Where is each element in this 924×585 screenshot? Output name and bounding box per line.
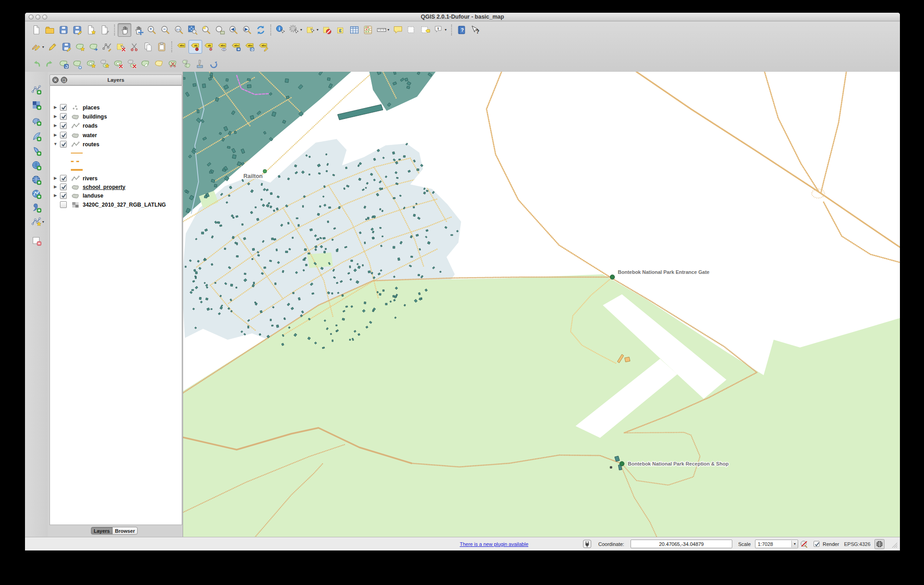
routes-symbol-solid[interactable]: [50, 149, 182, 158]
open-attribute-table-button[interactable]: [348, 23, 361, 37]
zoom-out-button[interactable]: −: [159, 23, 172, 37]
layer-item-buildings[interactable]: ▶buildings: [50, 112, 182, 121]
add-delimited-text-layer-button[interactable]: [30, 201, 43, 214]
expand-arrow-icon[interactable]: ▶: [53, 114, 58, 119]
layer-item-places[interactable]: ▶places: [50, 103, 182, 112]
layer-item-rivers[interactable]: ▶rivers: [50, 174, 182, 183]
move-feature-button[interactable]: [87, 40, 100, 54]
new-shapefile-layer-button[interactable]: [30, 215, 43, 228]
show-bookmarks-button[interactable]: [418, 23, 432, 37]
save-layer-edits-button[interactable]: [60, 40, 73, 54]
node-tool-button[interactable]: [100, 40, 114, 54]
zoom-native-button[interactable]: 1:1: [172, 23, 186, 37]
undo-button[interactable]: [30, 57, 43, 70]
pan-to-selection-button[interactable]: [131, 23, 145, 37]
zoom-to-selection-button[interactable]: [199, 23, 213, 37]
layer-visibility-checkbox[interactable]: [60, 192, 67, 199]
help-contents-button[interactable]: ?: [455, 23, 468, 37]
plugin-icon[interactable]: [583, 537, 591, 550]
layers-panel-header[interactable]: ✕ ❏ Layers: [50, 74, 182, 85]
scale-dropdown-icon[interactable]: ▼: [791, 540, 798, 547]
highlight-pinned-labels-button[interactable]: ab: [202, 40, 216, 54]
collapse-arrow-icon[interactable]: ▼: [53, 142, 58, 146]
layer-visibility-checkbox[interactable]: [60, 113, 67, 120]
expand-arrow-icon[interactable]: ▶: [53, 105, 58, 109]
merge-features-button[interactable]: [179, 57, 193, 70]
refresh-map-button[interactable]: [254, 23, 268, 37]
layer-item-school_property[interactable]: ▶school_property: [50, 183, 182, 192]
field-calculator-button[interactable]: [361, 23, 375, 37]
layer-labeling-options-button[interactable]: abc: [175, 40, 189, 54]
expand-arrow-icon[interactable]: ▶: [53, 123, 58, 128]
layer-visibility-checkbox[interactable]: [60, 104, 67, 111]
paste-features-button[interactable]: [155, 40, 169, 54]
offset-curve-button[interactable]: [152, 57, 166, 70]
change-label-button[interactable]: abc: [257, 40, 270, 54]
identify-features-button[interactable]: i: [274, 23, 288, 37]
expand-arrow-icon[interactable]: ▶: [53, 184, 58, 189]
redo-button[interactable]: [43, 57, 57, 70]
select-features-button[interactable]: [304, 23, 318, 37]
stop-render-icon[interactable]: [800, 537, 808, 550]
remove-layer-button[interactable]: [30, 234, 43, 248]
new-print-composer-button[interactable]: [84, 23, 98, 37]
add-wms-layer-button[interactable]: [30, 159, 43, 172]
rotate-feature-button[interactable]: [57, 57, 70, 70]
measure-button[interactable]: [375, 23, 388, 37]
add-oracle-layer-button[interactable]: [30, 144, 43, 158]
layer-item-landuse[interactable]: ▶landuse: [50, 191, 182, 200]
toggle-editing-button[interactable]: [46, 40, 60, 54]
open-project-button[interactable]: [43, 23, 57, 37]
add-raster-layer-button[interactable]: [30, 98, 43, 112]
show-hide-labels-button[interactable]: abc: [216, 40, 229, 54]
rotate-point-symbols-button[interactable]: [193, 57, 207, 70]
expand-arrow-icon[interactable]: ▶: [53, 176, 58, 180]
render-checkbox[interactable]: [814, 541, 820, 547]
layer-visibility-checkbox[interactable]: [60, 141, 67, 148]
tab-browser[interactable]: Browser: [112, 527, 138, 535]
map-tips-button[interactable]: [391, 23, 405, 37]
cut-features-button[interactable]: [128, 40, 141, 54]
plugin-available-link[interactable]: There is a new plugin available: [460, 541, 528, 547]
select-by-expression-button[interactable]: ε: [334, 23, 348, 37]
map-canvas[interactable]: RailtonBontebok National Park Entrance G…: [183, 72, 900, 537]
add-wfs-layer-button[interactable]: [30, 187, 43, 201]
tab-layers[interactable]: Layers: [91, 527, 113, 535]
layer-visibility-checkbox[interactable]: [60, 175, 67, 182]
expand-arrow-icon[interactable]: ▶: [53, 133, 58, 137]
resize-grip[interactable]: [892, 542, 898, 549]
run-feature-action-button[interactable]: [288, 23, 301, 37]
layer-visibility-checkbox[interactable]: [60, 201, 67, 208]
add-vector-layer-button[interactable]: [30, 83, 43, 96]
add-ring-button[interactable]: [84, 57, 98, 70]
zoom-to-layer-button[interactable]: [213, 23, 227, 37]
layer-item-water[interactable]: ▶water: [50, 131, 182, 140]
scale-combo[interactable]: 1:7028 ▼: [755, 540, 798, 548]
layer-item-roads[interactable]: ▶roads: [50, 121, 182, 130]
routes-symbol-dashed[interactable]: [50, 157, 182, 166]
zoom-in-button[interactable]: +: [145, 23, 159, 37]
pin-unpin-labels-button[interactable]: ab: [189, 40, 202, 54]
add-spatialite-layer-button[interactable]: [30, 129, 43, 143]
routes-symbol-thick[interactable]: [50, 165, 182, 174]
whats-this-button[interactable]: ?: [468, 23, 482, 37]
move-label-button[interactable]: abc: [229, 40, 243, 54]
delete-ring-button[interactable]: [111, 57, 125, 70]
new-shapefile-layer-dropdown-icon[interactable]: ▾: [42, 220, 46, 224]
add-part-button[interactable]: [98, 57, 111, 70]
copy-features-button[interactable]: [141, 40, 155, 54]
deselect-features-button[interactable]: [320, 23, 334, 37]
layer-item-routes[interactable]: ▼routes: [50, 140, 182, 149]
pan-map-button[interactable]: [118, 23, 131, 37]
text-annotation-button[interactable]: T: [432, 23, 446, 37]
zoom-last-button[interactable]: ◀: [227, 23, 240, 37]
crs-status-icon[interactable]: [874, 537, 884, 550]
layer-item-3420C_2010_327_RGB_LATLNG[interactable]: 3420C_2010_327_RGB_LATLNG: [50, 200, 182, 209]
add-wcs-layer-button[interactable]: [30, 173, 43, 187]
coordinate-input[interactable]: [631, 540, 732, 548]
reshape-features-button[interactable]: [139, 57, 152, 70]
current-edits-button[interactable]: [30, 40, 43, 54]
add-feature-button[interactable]: [73, 40, 87, 54]
delete-part-button[interactable]: [125, 57, 139, 70]
layer-visibility-checkbox[interactable]: [60, 132, 67, 139]
